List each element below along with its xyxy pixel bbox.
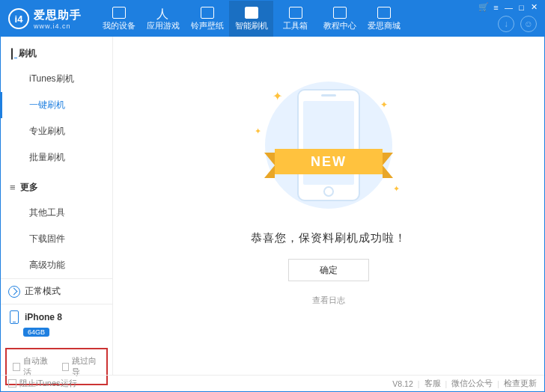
user-icon[interactable]: ☺ — [520, 16, 537, 32]
sidebar-item-pro-flash[interactable]: 专业刷机 — [1, 118, 112, 144]
minimize-button[interactable]: — — [505, 3, 513, 11]
tab-label: 我的设备 — [103, 21, 136, 31]
sidebar-section-title: 刷机 — [19, 47, 37, 60]
device-name: iPhone 8 — [25, 312, 62, 322]
storage-badge: 64GB — [23, 328, 49, 337]
phone-icon — [10, 49, 14, 59]
tab-tutorials[interactable]: 教程中心 — [317, 1, 362, 37]
maximize-button[interactable]: □ — [517, 3, 526, 11]
tab-label: 智能刷机 — [235, 21, 268, 31]
tab-label: 铃声壁纸 — [191, 21, 224, 31]
checkbox-label: 阻止iTunes运行 — [19, 378, 77, 389]
sidebar-item-batch-flash[interactable]: 批量刷机 — [1, 144, 112, 171]
view-log-link[interactable]: 查看日志 — [312, 295, 345, 306]
window-controls: 🛒 ≡ — □ ✕ — [479, 3, 538, 11]
tab-ringtones[interactable]: 铃声壁纸 — [185, 1, 229, 37]
device-mode-label: 正常模式 — [25, 285, 61, 298]
phone-icon — [10, 310, 19, 324]
sidebar-section-flash: 刷机 — [1, 41, 112, 66]
main-content: ✦ ✦ ✦ ✦ NEW 恭喜您，保资料刷机成功啦！ 确定 查看日志 — [113, 37, 544, 375]
version-label: V8.12 — [392, 379, 412, 388]
sidebar-section-title: 更多 — [20, 181, 38, 194]
status-bar: 阻止iTunes运行 V8.12 | 客服 | 微信公众号 | 检查更新 — [1, 375, 544, 391]
tab-label: 应用游戏 — [147, 21, 180, 31]
success-message: 恭喜您，保资料刷机成功啦！ — [251, 231, 407, 245]
tab-store[interactable]: 爱思商城 — [362, 1, 406, 37]
tab-label: 教程中心 — [323, 21, 356, 31]
body: 刷机 iTunes刷机 一键刷机 专业刷机 批量刷机 ≡ 更多 其他工具 下载固… — [1, 37, 544, 375]
new-ribbon-icon: NEW — [261, 145, 396, 179]
cart-icon[interactable]: 🛒 — [479, 3, 487, 11]
brand-block: 爱思助手 www.i4.cn — [34, 8, 82, 30]
tab-label: 爱思商城 — [368, 21, 401, 31]
wechat-link[interactable]: 微信公众号 — [451, 379, 493, 389]
download-icon[interactable]: ↓ — [498, 16, 514, 32]
ok-button[interactable]: 确定 — [288, 259, 369, 281]
block-itunes-checkbox[interactable]: 阻止iTunes运行 — [8, 378, 77, 389]
list-icon: ≡ — [10, 182, 16, 193]
menu-icon[interactable]: ≡ — [492, 3, 500, 11]
customer-service-link[interactable]: 客服 — [424, 379, 441, 389]
logo-icon: i4 — [8, 8, 29, 29]
sidebar-item-itunes-flash[interactable]: iTunes刷机 — [1, 66, 112, 92]
sidebar-item-download-firmware[interactable]: 下载固件 — [1, 226, 112, 252]
brand-url: www.i4.cn — [34, 22, 82, 30]
refresh-icon[interactable] — [8, 286, 20, 298]
tab-toolbox[interactable]: 工具箱 — [273, 1, 317, 37]
device-info-panel: iPhone 8 64GB — [1, 304, 112, 343]
sidebar-item-oneclick-flash[interactable]: 一键刷机 — [1, 92, 112, 118]
brand-name: 爱思助手 — [34, 8, 82, 22]
sidebar: 刷机 iTunes刷机 一键刷机 专业刷机 批量刷机 ≡ 更多 其他工具 下载固… — [1, 37, 113, 375]
sidebar-item-other-tools[interactable]: 其他工具 — [1, 200, 112, 226]
tab-smart-flash[interactable]: 智能刷机 — [229, 1, 273, 37]
header-actions: ↓ ☺ — [498, 16, 537, 32]
nav-tabs: 我的设备 人应用游戏 铃声壁纸 智能刷机 工具箱 教程中心 爱思商城 — [97, 1, 406, 37]
ribbon-text: NEW — [275, 149, 383, 174]
device-mode-panel: 正常模式 — [1, 278, 112, 304]
tab-apps-games[interactable]: 人应用游戏 — [141, 1, 185, 37]
tab-my-device[interactable]: 我的设备 — [97, 1, 141, 37]
app-header: i4 爱思助手 www.i4.cn 我的设备 人应用游戏 铃声壁纸 智能刷机 工… — [1, 1, 544, 37]
check-update-link[interactable]: 检查更新 — [504, 379, 537, 389]
sidebar-section-more: ≡ 更多 — [1, 175, 112, 200]
close-button[interactable]: ✕ — [530, 3, 538, 11]
tab-label: 工具箱 — [283, 21, 308, 31]
success-illustration: ✦ ✦ ✦ ✦ NEW — [250, 82, 407, 209]
sidebar-item-advanced[interactable]: 高级功能 — [1, 252, 112, 278]
